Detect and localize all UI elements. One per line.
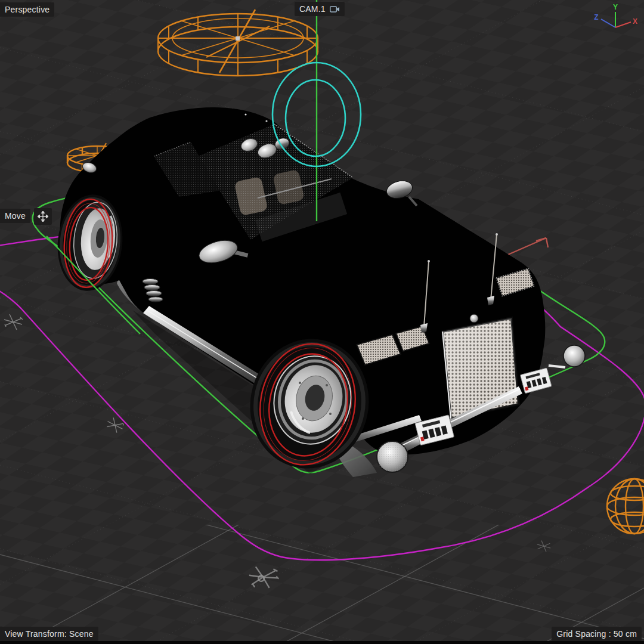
move-icon xyxy=(38,211,48,222)
axis-x-label: X xyxy=(633,17,637,26)
camera-icon xyxy=(330,5,340,13)
view-transform-status: View Transform: Scene xyxy=(0,627,98,641)
camera-selector[interactable]: CAM.1 xyxy=(295,2,345,16)
viewport-canvas[interactable] xyxy=(0,0,644,644)
hood-ornament xyxy=(470,314,478,323)
viewport-bottom-edge xyxy=(0,641,644,644)
move-tool-chip[interactable] xyxy=(34,208,52,225)
grid-spacing-status: Grid Spacing : 50 cm xyxy=(552,627,642,641)
active-tool-label[interactable]: Move xyxy=(0,209,30,223)
camera-name: CAM.1 xyxy=(299,4,326,14)
3d-viewport[interactable]: Perspective CAM.1 Move Y X Z View Transf… xyxy=(0,0,644,644)
axis-gizmo[interactable]: Y X Z xyxy=(592,2,640,39)
front-grille xyxy=(442,314,519,419)
axis-z-label: Z xyxy=(594,13,598,21)
axis-y-label: Y xyxy=(613,3,618,11)
viewport-type-label[interactable]: Perspective xyxy=(0,2,54,17)
